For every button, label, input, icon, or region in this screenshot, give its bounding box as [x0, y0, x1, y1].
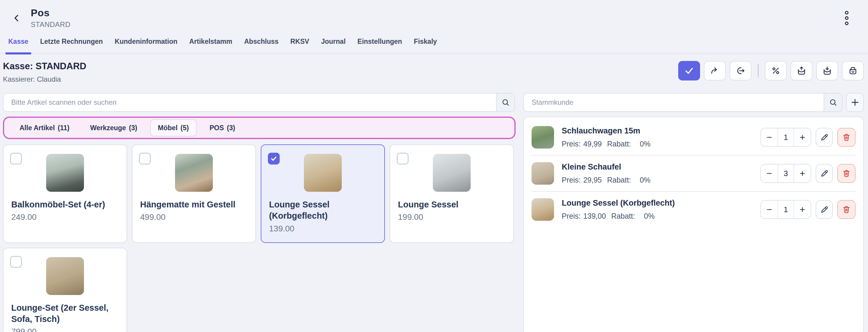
product-card-haengematte[interactable]: Hängematte mit Gestell 499.00 [132, 144, 256, 243]
delete-item-button[interactable] [837, 164, 856, 183]
quantity-stepper: − + [761, 200, 811, 219]
quantity-input[interactable] [778, 129, 794, 146]
cart-item-details: Preis: 29,95 Rabatt: 0% [562, 176, 761, 184]
toolbar [678, 61, 864, 81]
product-card-lounge-sessel-korbgeflecht[interactable]: Lounge Sessel (Korbgeflecht) 139.00 [261, 144, 385, 243]
product-price: 499.00 [140, 213, 248, 222]
delete-item-button[interactable] [837, 128, 856, 147]
quantity-input[interactable] [778, 201, 794, 218]
price-value: 139,00 [583, 212, 606, 220]
tab-kundeninformation[interactable]: Kundeninformation [115, 37, 177, 53]
percent-icon [771, 66, 780, 76]
tab-fiskaly[interactable]: Fiskaly [414, 37, 437, 53]
check-icon [684, 66, 694, 76]
main-tabs: Kasse Letzte Rechnungen Kundeninformatio… [0, 37, 868, 54]
article-search-input[interactable] [4, 93, 496, 111]
tray-arrow-down-icon [823, 66, 832, 76]
plus-icon [850, 98, 860, 107]
discount-value: 0% [640, 176, 650, 184]
price-label: Preis: [562, 176, 581, 184]
kebab-menu-icon[interactable] [843, 8, 851, 28]
tab-einstellungen[interactable]: Einstellungen [358, 37, 402, 53]
register-info: Kasse: STANDARD Kassierer: Claudia [3, 61, 86, 83]
cash-out-button[interactable] [816, 61, 838, 81]
product-name: Lounge-Set (2er Sessel, Sofa, Tisch) [11, 302, 119, 325]
cart-item-image [532, 198, 554, 221]
confirm-button[interactable] [678, 61, 700, 81]
tab-journal[interactable]: Journal [321, 37, 346, 53]
discount-value: 0% [640, 140, 650, 148]
chevron-left-icon [12, 13, 21, 23]
product-card-lounge-sessel[interactable]: Lounge Sessel 199.00 [390, 144, 514, 243]
edit-item-button[interactable] [816, 128, 833, 147]
product-card-lounge-set[interactable]: Lounge-Set (2er Sessel, Sofa, Tisch) 799… [3, 248, 127, 332]
discount-button[interactable] [765, 61, 787, 81]
cart-row-kleine-schaufel: Kleine Schaufel Preis: 29,95 Rabatt: 0% … [532, 156, 856, 192]
redo-button[interactable] [704, 61, 726, 81]
cashier-label: Kassierer: Claudia [3, 75, 86, 83]
increase-quantity-button[interactable]: + [794, 201, 811, 218]
quantity-input[interactable] [778, 165, 794, 182]
tab-artikelstamm[interactable]: Artikelstamm [189, 37, 232, 53]
cart-row-schlauchwagen: Schlauchwagen 15m Preis: 49,99 Rabatt: 0… [532, 119, 856, 156]
add-customer-button[interactable] [846, 93, 864, 112]
search-icon [829, 98, 838, 107]
cart-item-name: Kleine Schaufel [562, 162, 761, 172]
tab-letzte-rechnungen[interactable]: Letzte Rechnungen [40, 37, 103, 53]
discount-label: Rabatt: [611, 212, 635, 220]
back-button[interactable] [10, 11, 23, 25]
category-filter-bar: Alle Artikel(11) Werkzeuge(3) Möbel(5) P… [3, 117, 516, 139]
cash-drawer-button[interactable] [842, 61, 864, 81]
app-titles: Pos STANDARD [31, 7, 70, 29]
search-row [3, 93, 864, 112]
product-name: Lounge Sessel [398, 199, 505, 210]
pencil-icon [820, 205, 829, 214]
category-chip-pos[interactable]: POS(3) [202, 119, 243, 136]
cart-item-image [532, 126, 554, 148]
category-chip-werkzeuge[interactable]: Werkzeuge(3) [83, 119, 145, 136]
edit-item-button[interactable] [816, 200, 833, 219]
cart-item-image [532, 162, 554, 185]
article-search-button[interactable] [496, 93, 515, 111]
cart-item-info: Lounge Sessel (Korbgeflecht) Preis: 139,… [562, 198, 761, 220]
product-price: 199.00 [398, 213, 505, 222]
tab-kasse[interactable]: Kasse [8, 37, 28, 53]
discount-label: Rabatt: [607, 140, 631, 148]
product-checkbox[interactable] [397, 153, 409, 165]
product-image [46, 154, 84, 192]
product-image [175, 154, 213, 192]
logout-button[interactable] [730, 61, 751, 81]
decrease-quantity-button[interactable]: − [761, 165, 778, 182]
cart-item-info: Schlauchwagen 15m Preis: 49,99 Rabatt: 0… [562, 126, 761, 148]
app-title: Pos [31, 7, 70, 19]
customer-search-wrap [523, 93, 864, 112]
increase-quantity-button[interactable]: + [794, 129, 811, 146]
customer-search-input[interactable] [524, 93, 824, 111]
customer-search-button[interactable] [824, 93, 842, 111]
quantity-stepper: − + [761, 128, 811, 147]
product-name: Balkonmöbel-Set (4-er) [11, 199, 119, 210]
edit-item-button[interactable] [816, 164, 833, 183]
tab-rksv[interactable]: RKSV [290, 37, 309, 53]
product-checkbox[interactable] [10, 256, 22, 268]
cart-item-name: Lounge Sessel (Korbgeflecht) [562, 198, 761, 208]
increase-quantity-button[interactable]: + [794, 165, 811, 182]
quantity-stepper: − + [761, 164, 811, 183]
tab-abschluss[interactable]: Abschluss [244, 37, 278, 53]
category-chip-alle-artikel[interactable]: Alle Artikel(11) [12, 119, 77, 136]
trash-icon [842, 133, 851, 142]
toolbar-divider [758, 64, 758, 78]
decrease-quantity-button[interactable]: − [761, 129, 778, 146]
category-chip-moebel[interactable]: Möbel(5) [150, 119, 196, 136]
product-card-balkonmoebel-set[interactable]: Balkonmöbel-Set (4-er) 249.00 [3, 144, 127, 243]
product-checkbox[interactable] [10, 153, 22, 165]
delete-item-button[interactable] [837, 200, 856, 219]
product-checkbox[interactable] [139, 153, 151, 165]
decrease-quantity-button[interactable]: − [761, 201, 778, 218]
cart-item-info: Kleine Schaufel Preis: 29,95 Rabatt: 0% [562, 162, 761, 184]
discount-label: Rabatt: [607, 176, 631, 184]
cash-in-button[interactable] [790, 61, 812, 81]
cart-row-lounge-sessel: Lounge Sessel (Korbgeflecht) Preis: 139,… [532, 192, 856, 227]
product-checkbox-checked[interactable] [268, 153, 280, 165]
price-label: Preis: [562, 212, 581, 220]
